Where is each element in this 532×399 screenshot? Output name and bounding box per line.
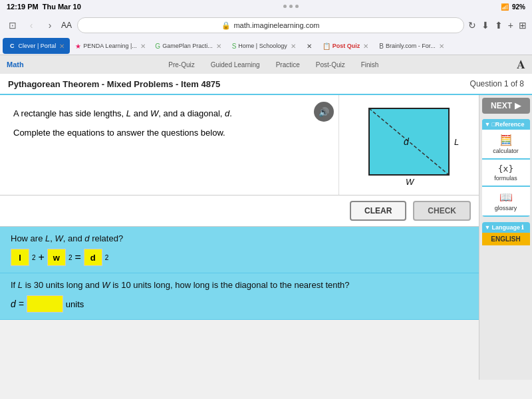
tab-penda-label: PENDA Learning |... [83, 43, 136, 49]
close-penda-icon[interactable]: ✕ [140, 43, 146, 50]
question-text-area: A rectangle has side lengths, L and W, a… [0, 95, 339, 195]
brainly-icon: B [379, 43, 384, 50]
browser-toolbar: ⊡ ‹ › AA 🔒 math.imaginelearning.com ↻ ⬇ … [0, 13, 532, 37]
label-d: d [404, 136, 410, 147]
tab-gameplan-label: GamePlan Practi... [162, 43, 213, 49]
download-icon[interactable]: ⬇ [481, 20, 489, 31]
share-icon[interactable]: ⬆ [495, 20, 503, 31]
tab-empty[interactable]: ✕ [301, 38, 317, 54]
browser-back-btn[interactable]: ‹ [24, 18, 39, 33]
check-button[interactable]: CHECK [413, 201, 471, 221]
content-area: A rectangle has side lengths, L and W, a… [0, 95, 479, 380]
glossary-icon: 📖 [499, 191, 513, 203]
section2-content: d = units [11, 295, 468, 313]
sidebar: NEXT ▶ ▼ □Reference 🧮 calculator {x} for… [479, 95, 532, 380]
wifi-icon: 📶 [501, 3, 509, 11]
tab-schoology[interactable]: S Home | Schoology ✕ [227, 38, 301, 54]
tab-postquiz[interactable]: 📋 Post Quiz ✕ [317, 38, 374, 54]
status-right: 📶 92% [501, 3, 525, 11]
aa-label[interactable]: AA [61, 21, 72, 30]
answer-section-2: If L is 30 units long and W is 10 units … [0, 273, 479, 320]
grid-icon[interactable]: ⊞ [519, 20, 527, 31]
step-postquiz[interactable]: Post-Quiz [308, 60, 353, 70]
tab-clever[interactable]: C Clever | Portal ✕ [3, 38, 70, 54]
step-prequiz[interactable]: Pre-Quiz [160, 60, 202, 70]
language-header: ▼ Language ℹ [482, 222, 530, 233]
status-day: Thu Mar 10 [43, 3, 81, 11]
formulas-tool[interactable]: {x} formulas [482, 160, 530, 186]
step-finish[interactable]: Finish [353, 60, 387, 70]
section1-question: How are L, W, and d related? [11, 233, 468, 243]
glossary-tool[interactable]: 📖 glossary [482, 187, 530, 215]
language-label: Language [491, 224, 520, 231]
answer-box-L[interactable]: l [11, 249, 29, 266]
buttons-row: CLEAR CHECK [0, 196, 479, 227]
question-line2: Complete the equations to answer the que… [13, 125, 325, 140]
close-tab-icon[interactable]: ✕ [307, 43, 312, 50]
browser-chrome: ⊡ ‹ › AA 🔒 math.imaginelearning.com ↻ ⬇ … [0, 13, 532, 55]
lesson-nav: Math Pre-Quiz Guided Learning Practice P… [0, 55, 532, 74]
tab-dots [283, 5, 299, 8]
browser-window-btn[interactable]: ⊡ [5, 18, 20, 33]
tab-postquiz-label: Post Quiz [332, 43, 360, 49]
clever-icon: C [8, 42, 17, 50]
tab-gameplan[interactable]: G GamePlan Practi... ✕ [150, 38, 226, 54]
lesson-nav-icon: 𝐀 [517, 58, 525, 72]
tab-brainly[interactable]: B Brainly.com - For... ✕ [374, 38, 450, 54]
section1-content: l 2 + w 2 = d 2 [11, 249, 468, 266]
tab-schoology-label: Home | Schoology [238, 43, 287, 49]
tab-penda[interactable]: ★ PENDA Learning |... ✕ [70, 38, 150, 54]
question-line1: A rectangle has side lengths, L and W, a… [13, 106, 325, 121]
math-label[interactable]: Math [7, 61, 24, 68]
browser-icons: ↻ ⬇ ⬆ + ⊞ [468, 20, 527, 31]
page-title: Pythagorean Theorem - Mixed Problems - I… [8, 79, 220, 89]
question-count: Question 1 of 8 [470, 79, 524, 88]
close-brainly-icon[interactable]: ✕ [439, 43, 444, 50]
new-tab-icon[interactable]: + [508, 20, 513, 31]
close-schoology-icon[interactable]: ✕ [291, 43, 296, 50]
tab-brainly-label: Brainly.com - For... [386, 43, 436, 49]
english-button[interactable]: ENGLISH [482, 233, 530, 245]
reference-section: ▼ □Reference 🧮 calculator {x} formulas 📖… [482, 119, 530, 217]
var-L: L [126, 108, 131, 118]
status-time: 12:19 PM [7, 3, 39, 11]
lesson-steps: Pre-Quiz Guided Learning Practice Post-Q… [31, 60, 517, 70]
battery-level: 92% [512, 3, 525, 11]
address-bar[interactable]: 🔒 math.imaginelearning.com [77, 17, 464, 33]
step-practice[interactable]: Practice [268, 60, 308, 70]
calculator-tool[interactable]: 🧮 calculator [482, 130, 530, 158]
penda-icon: ★ [75, 43, 81, 50]
step-guided[interactable]: Guided Learning [203, 60, 268, 70]
reference-header: ▼ □Reference [482, 119, 530, 130]
close-postquiz-icon[interactable]: ✕ [363, 43, 368, 50]
lock-icon: 🔒 [221, 21, 231, 30]
status-bar: 12:19 PM Thu Mar 10 📶 92% [0, 0, 532, 13]
question-panel: A rectangle has side lengths, L and W, a… [0, 95, 479, 196]
audio-button[interactable]: 🔊 [314, 102, 334, 122]
var-d: d [225, 108, 229, 118]
refresh-icon[interactable]: ↻ [468, 20, 476, 31]
reference-label: □Reference [491, 121, 524, 128]
clear-button[interactable]: CLEAR [350, 201, 406, 221]
browser-forward-btn[interactable]: › [43, 18, 57, 33]
answer-box-W[interactable]: w [47, 249, 66, 266]
exponent-1: 2 [32, 254, 36, 261]
postquiz-icon: 📋 [323, 43, 331, 50]
info-icon: ℹ [521, 224, 523, 231]
plus-sign: + [39, 251, 45, 263]
rectangle-diagram: d L W [356, 102, 462, 188]
label-L: L [454, 137, 459, 147]
triangle-icon: ▼ [485, 121, 491, 128]
exponent-3: 2 [105, 254, 109, 261]
close-icon[interactable]: ✕ [59, 43, 65, 50]
question-image-area: d L W [339, 95, 479, 195]
answer-box-D[interactable]: d [84, 249, 102, 266]
answer-box-value[interactable] [27, 295, 63, 313]
browser-tab-bar: C Clever | Portal ✕ ★ PENDA Learning |..… [0, 37, 532, 55]
schoology-icon: S [232, 43, 237, 50]
exponent-2: 2 [68, 254, 72, 261]
var-W: W [150, 108, 158, 118]
close-gameplan-icon[interactable]: ✕ [216, 43, 221, 50]
units-label: units [66, 299, 84, 309]
next-button[interactable]: NEXT ▶ [482, 98, 530, 114]
